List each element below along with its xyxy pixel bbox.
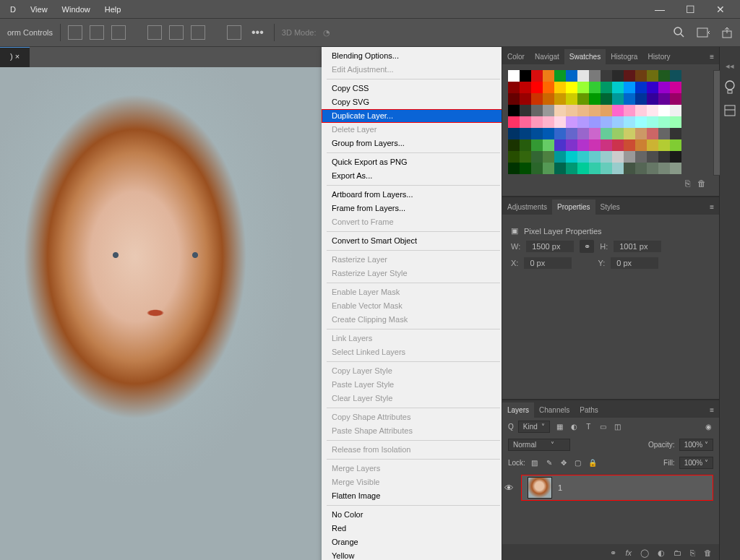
- workspace-icon[interactable]: [697, 27, 710, 38]
- filter-toggle-icon[interactable]: ◉: [703, 422, 713, 432]
- tab-adjustments[interactable]: Adjustments: [502, 199, 552, 215]
- lock-artboard-icon[interactable]: ▢: [573, 458, 583, 468]
- swatch[interactable]: [543, 163, 554, 174]
- swatch[interactable]: [531, 116, 543, 128]
- swatch[interactable]: [531, 105, 543, 116]
- ctx-artboard-from-layers[interactable]: Artboard from Layers...: [322, 188, 502, 202]
- tab-color[interactable]: Color: [502, 49, 530, 64]
- ctx-copy-css[interactable]: Copy CSS: [322, 82, 502, 95]
- align-bottom-icon[interactable]: [191, 25, 205, 40]
- swatch[interactable]: [566, 139, 577, 151]
- panel-flyout-icon[interactable]: ≡: [705, 199, 719, 215]
- swatch[interactable]: [658, 139, 670, 151]
- ctx-orange[interactable]: Orange: [322, 535, 502, 549]
- swatch[interactable]: [577, 151, 589, 163]
- swatch[interactable]: [670, 82, 681, 93]
- ctx-export-as[interactable]: Export As...: [322, 169, 502, 183]
- swatch[interactable]: [647, 70, 658, 82]
- swatch[interactable]: [658, 163, 670, 174]
- minimize-button[interactable]: —: [645, 0, 675, 18]
- swatch[interactable]: [658, 128, 670, 139]
- swatch[interactable]: [554, 70, 566, 82]
- swatch[interactable]: [647, 128, 658, 139]
- swatch[interactable]: [670, 105, 681, 116]
- tab-history[interactable]: History: [642, 49, 675, 64]
- new-layer-icon[interactable]: ⎘: [690, 548, 695, 557]
- swatch[interactable]: [647, 139, 658, 151]
- tab-styles[interactable]: Styles: [595, 199, 625, 215]
- swatch[interactable]: [577, 128, 589, 139]
- visibility-toggle-icon[interactable]: 👁: [502, 483, 515, 494]
- swatch[interactable]: [647, 82, 658, 93]
- ctx-red[interactable]: Red: [322, 522, 502, 535]
- ctx-duplicate-layer[interactable]: Duplicate Layer...: [322, 109, 502, 123]
- ctx-yellow[interactable]: Yellow: [322, 549, 502, 560]
- libraries-icon[interactable]: [723, 104, 736, 117]
- ctx-quick-export-as-png[interactable]: Quick Export as PNG: [322, 155, 502, 169]
- swatch[interactable]: [670, 151, 681, 163]
- swatch[interactable]: [647, 105, 658, 116]
- swatch[interactable]: [635, 82, 647, 93]
- swatch[interactable]: [612, 116, 624, 128]
- swatch[interactable]: [624, 105, 635, 116]
- swatch[interactable]: [508, 105, 520, 116]
- tab-properties[interactable]: Properties: [552, 199, 595, 215]
- distribute-icon[interactable]: [227, 25, 241, 40]
- swatch[interactable]: [589, 82, 601, 93]
- ctx-no-color[interactable]: No Color: [322, 508, 502, 522]
- swatch[interactable]: [531, 70, 543, 82]
- swatch[interactable]: [658, 70, 670, 82]
- filter-adjust-icon[interactable]: ◐: [569, 422, 579, 432]
- blend-mode-select[interactable]: Normal ˅: [508, 439, 570, 451]
- swatch[interactable]: [601, 93, 612, 105]
- swatch[interactable]: [543, 105, 554, 116]
- swatch[interactable]: [577, 82, 589, 93]
- ctx-flatten-image[interactable]: Flatten Image: [322, 489, 502, 503]
- swatch[interactable]: [612, 70, 624, 82]
- swatch[interactable]: [589, 93, 601, 105]
- swatch[interactable]: [658, 82, 670, 93]
- swatch[interactable]: [554, 105, 566, 116]
- align-right-icon[interactable]: [111, 25, 126, 40]
- menu-help[interactable]: Help: [99, 3, 127, 16]
- swatch[interactable]: [612, 139, 624, 151]
- ctx-frame-from-layers[interactable]: Frame from Layers...: [322, 202, 502, 215]
- swatch[interactable]: [647, 151, 658, 163]
- adjustment-icon[interactable]: ◐: [658, 548, 665, 558]
- doc-tab[interactable]: ) ×: [0, 47, 30, 68]
- swatch[interactable]: [589, 105, 601, 116]
- swatch[interactable]: [658, 151, 670, 163]
- panel-flyout-icon[interactable]: ≡: [705, 402, 719, 418]
- tab-channels[interactable]: Channels: [534, 402, 575, 418]
- swatch[interactable]: [589, 70, 601, 82]
- swatch[interactable]: [554, 116, 566, 128]
- swatch[interactable]: [601, 151, 612, 163]
- swatch[interactable]: [670, 116, 681, 128]
- link-layers-icon[interactable]: ⚭: [610, 548, 616, 558]
- swatch[interactable]: [647, 93, 658, 105]
- swatch[interactable]: [589, 128, 601, 139]
- swatch[interactable]: [635, 163, 647, 174]
- menu-window[interactable]: Window: [56, 3, 96, 16]
- delete-layer-icon[interactable]: 🗑: [704, 548, 712, 557]
- swatch[interactable]: [577, 139, 589, 151]
- swatch[interactable]: [589, 151, 601, 163]
- mask-icon[interactable]: ◯: [640, 548, 649, 558]
- share-icon[interactable]: [721, 27, 733, 38]
- opacity-value[interactable]: 100% ˅: [679, 439, 713, 451]
- swatch[interactable]: [543, 116, 554, 128]
- swatch[interactable]: [531, 82, 543, 93]
- swatch[interactable]: [601, 128, 612, 139]
- swatch[interactable]: [589, 139, 601, 151]
- swatch[interactable]: [589, 116, 601, 128]
- menu-view[interactable]: View: [25, 3, 53, 16]
- swatch[interactable]: [566, 70, 577, 82]
- align-top-icon[interactable]: [147, 25, 162, 40]
- swatch[interactable]: [658, 93, 670, 105]
- height-value[interactable]: 1001 px: [614, 241, 661, 252]
- swatch[interactable]: [520, 163, 531, 174]
- swatch[interactable]: [670, 93, 681, 105]
- swatch[interactable]: [624, 128, 635, 139]
- align-center-icon[interactable]: [90, 25, 104, 40]
- swatch[interactable]: [635, 116, 647, 128]
